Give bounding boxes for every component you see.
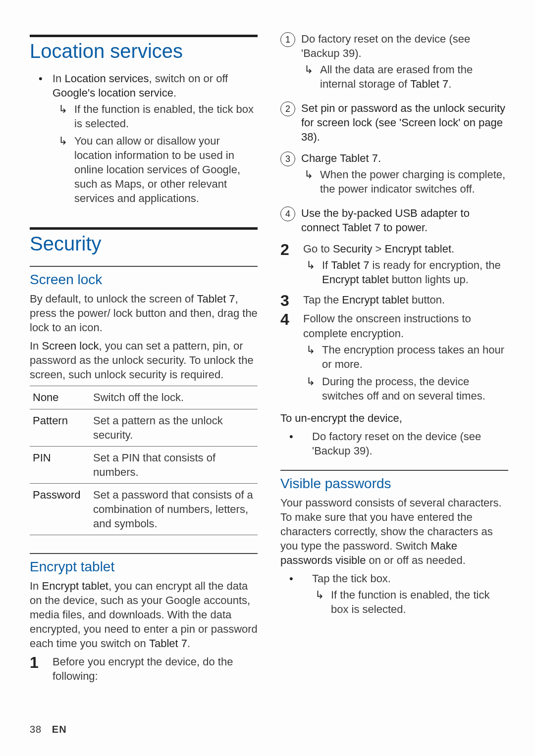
location-bullet: In Location services, switch on or off G… [30, 71, 258, 205]
substep-1: 1 Do factory reset on the device (see 'B… [280, 32, 508, 94]
location-sub-list: If the function is enabled, the tick box… [53, 102, 258, 205]
heading-security: Security [30, 233, 258, 255]
table-row: PasswordSet a password that consists of … [30, 483, 258, 535]
visible-passwords-arrow: If the function is enabled, the tick box… [312, 588, 508, 616]
unencrypt-heading: To un-encrypt the device, [280, 411, 508, 425]
page-footer: 38 EN [30, 724, 67, 735]
heading-screen-lock: Screen lock [30, 272, 258, 288]
table-row: PINSet a PIN that consists of numbers. [30, 446, 258, 483]
step-2: 2 Go to Security > Encrypt tablet. If Ta… [280, 242, 508, 290]
encrypt-para: In Encrypt tablet, you can encrypt all t… [30, 579, 258, 651]
right-column: 1 Do factory reset on the device (see 'B… [280, 30, 508, 686]
page-number: 38 [30, 724, 42, 735]
step-4: 4 Follow the onscreen instructions to co… [280, 311, 508, 405]
substep-3: 3 Charge Tablet 7. When the power chargi… [280, 151, 508, 199]
substep-2: 2 Set pin or password as the unlock secu… [280, 101, 508, 144]
step-1: 1 Before you encrypt the device, do the … [30, 655, 258, 683]
visible-passwords-para: Your password consists of several charac… [280, 496, 508, 567]
heading-location-services: Location services [30, 40, 258, 62]
screenlock-para-2: In Screen lock, you can set a pattern, p… [30, 339, 258, 382]
unencrypt-list: Do factory reset on the device (see 'Bac… [280, 429, 508, 458]
left-column: Location services In Location services, … [30, 30, 258, 686]
table-row: NoneSwitch off the lock. [30, 386, 258, 409]
location-arrow-1: If the function is enabled, the tick box… [53, 102, 258, 131]
encrypt-steps-left: 1 Before you encrypt the device, do the … [30, 655, 258, 683]
encrypt-steps-right: 2 Go to Security > Encrypt tablet. If Ta… [280, 242, 508, 405]
visible-passwords-list: Tap the tick box. If the function is ena… [280, 571, 508, 616]
step-2-arrow: If Tablet 7 is ready for encryption, the… [303, 258, 508, 287]
screenlock-para-1: By default, to unlock the screen of Tabl… [30, 292, 258, 335]
substep-1-arrow: All the data are erased from the interna… [301, 62, 508, 91]
unencrypt-bullet: Do factory reset on the device (see 'Bac… [280, 429, 508, 458]
table-row: PatternSet a pattern as the unlock secur… [30, 409, 258, 446]
step-4-arrow-1: The encryption process takes an hour or … [303, 343, 508, 371]
screenlock-table: NoneSwitch off the lock. PatternSet a pa… [30, 386, 258, 535]
location-bullet-list: In Location services, switch on or off G… [30, 71, 258, 205]
substep-3-arrow: When the power charging is complete, the… [301, 167, 508, 196]
step-3: 3 Tap the Encrypt tablet button. [280, 293, 508, 308]
heading-encrypt-tablet: Encrypt tablet [30, 559, 258, 575]
step-4-arrow-2: During the process, the device switches … [303, 374, 508, 403]
visible-passwords-bullet: Tap the tick box. If the function is ena… [280, 571, 508, 616]
location-arrow-2: You can allow or disallow your location … [53, 134, 258, 205]
pre-encrypt-substeps: 1 Do factory reset on the device (see 'B… [280, 32, 508, 235]
page-language: EN [52, 724, 67, 735]
heading-visible-passwords: Visible passwords [280, 476, 508, 492]
substep-4: 4 Use the by-packed USB adapter to conne… [280, 206, 508, 235]
